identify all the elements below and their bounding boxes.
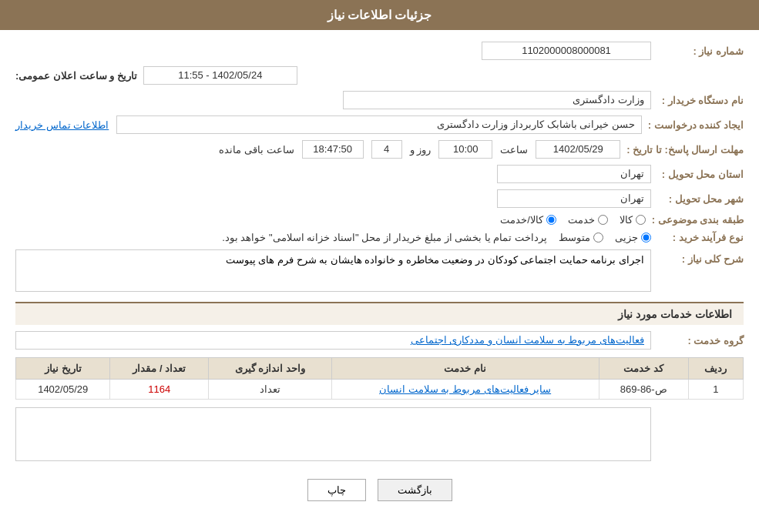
city-row: شهر محل تحویل : تهران	[15, 189, 744, 208]
creator-value: حسن خیرانی باشابک کاربرداز وزارت دادگستر…	[116, 115, 642, 134]
table-row: 1 ص-86-869 سایر فعالیت‌های مربوط به سلام…	[16, 380, 744, 400]
buyer-notes-label	[651, 407, 744, 411]
deadline-time-label: ساعت	[500, 144, 528, 156]
category-label-kala: کالا	[620, 214, 633, 226]
col-header-unit: واحد اندازه گیری	[209, 358, 332, 380]
purchase-type-motawaset[interactable]: متوسط	[559, 232, 603, 243]
services-section-title: اطلاعات خدمات مورد نیاز	[15, 302, 744, 325]
buyer-org-row: نام دستگاه خریدار : وزارت دادگستری	[15, 91, 744, 109]
cell-name[interactable]: سایر فعالیت‌های مربوط به سلامت انسان	[331, 380, 599, 400]
city-value: تهران	[497, 189, 651, 208]
province-value: تهران	[497, 165, 651, 183]
buyer-notes-textarea[interactable]	[15, 407, 651, 461]
back-button[interactable]: بازگشت	[378, 479, 452, 501]
category-radio-kala-khedmat[interactable]	[546, 215, 556, 225]
public-date-row: 1402/05/24 - 11:55 تاریخ و ساعت اعلان عم…	[15, 66, 744, 85]
deadline-time: 10:00	[438, 140, 492, 159]
city-label: شهر محل تحویل :	[651, 193, 744, 205]
buyer-org-value: وزارت دادگستری	[343, 91, 651, 109]
cell-code: ص-86-869	[599, 380, 688, 400]
purchase-type-radio-motawaset[interactable]	[593, 233, 603, 243]
services-table-container: ردیف کد خدمت نام خدمت واحد اندازه گیری ت…	[15, 357, 744, 400]
category-radio-kala[interactable]	[636, 215, 646, 225]
cell-qty: 1164	[110, 380, 209, 400]
cell-date: 1402/05/29	[16, 380, 110, 400]
purchase-type-label-jozi: جزیی	[615, 232, 638, 243]
category-option-2[interactable]: خدمت	[568, 214, 608, 226]
purchase-type-row: نوع فرآیند خرید : جزیی متوسط پرداخت تمام…	[15, 232, 744, 243]
category-radio-group: کالا خدمت کالا/خدمت	[500, 214, 646, 226]
category-label: طبقه بندی موضوعی :	[646, 214, 744, 226]
public-date-value: 1402/05/24 - 11:55	[143, 66, 297, 85]
purchase-type-label: نوع فرآیند خرید :	[651, 232, 744, 243]
contact-link[interactable]: اطلاعات تماس خریدار	[15, 119, 109, 131]
service-group-label: گروه خدمت :	[651, 335, 744, 346]
creator-label: ایجاد کننده درخواست :	[642, 119, 744, 131]
deadline-countdown-label: ساعت باقی مانده	[219, 144, 294, 156]
tender-number-row: شماره نیاز : 1102000008000081	[15, 42, 744, 60]
buyer-org-label: نام دستگاه خریدار :	[651, 95, 744, 106]
description-textarea[interactable]	[15, 249, 651, 292]
creator-row: ایجاد کننده درخواست : حسن خیرانی باشابک …	[15, 115, 744, 134]
deadline-row: مهلت ارسال پاسخ: تا تاریخ : 1402/05/29 س…	[15, 140, 744, 159]
col-header-qty: تعداد / مقدار	[110, 358, 209, 380]
col-header-name: نام خدمت	[331, 358, 599, 380]
category-radio-khedmat[interactable]	[598, 215, 608, 225]
category-label-khedmat: خدمت	[568, 214, 595, 226]
col-header-date: تاریخ نیاز	[16, 358, 110, 380]
description-row: شرح کلی نیاز : document.querySelector('[…	[15, 249, 744, 294]
category-row: طبقه بندی موضوعی : کالا خدمت کالا/خدمت	[15, 214, 744, 226]
page-header: جزئیات اطلاعات نیاز	[0, 0, 759, 30]
service-group-value[interactable]: فعالیت‌های مربوط به سلامت انسان و مددکار…	[15, 331, 651, 350]
col-header-row: ردیف	[688, 358, 743, 380]
deadline-date: 1402/05/29	[536, 140, 620, 159]
purchase-type-radio-jozi[interactable]	[641, 233, 651, 243]
print-button[interactable]: چاپ	[307, 479, 366, 501]
tender-number-value: 1102000008000081	[482, 42, 651, 60]
cell-row: 1	[688, 380, 743, 400]
province-label: استان محل تحویل :	[651, 169, 744, 180]
purchase-type-label-motawaset: متوسط	[559, 232, 590, 243]
page-title: جزئیات اطلاعات نیاز	[327, 8, 432, 22]
purchase-type-jozi[interactable]: جزیی	[615, 232, 651, 243]
category-option-1[interactable]: کالا	[620, 214, 646, 226]
public-date-label: تاریخ و ساعت اعلان عمومی:	[15, 70, 137, 82]
deadline-countdown: 18:47:50	[302, 140, 364, 159]
button-row: بازگشت چاپ	[15, 479, 744, 517]
province-row: استان محل تحویل : تهران	[15, 165, 744, 183]
deadline-label: مهلت ارسال پاسخ: تا تاریخ :	[620, 144, 744, 156]
services-table: ردیف کد خدمت نام خدمت واحد اندازه گیری ت…	[15, 357, 744, 400]
service-group-row: گروه خدمت : فعالیت‌های مربوط به سلامت ان…	[15, 331, 744, 350]
buyer-notes-row	[15, 407, 744, 463]
category-label-kala-khedmat: کالا/خدمت	[500, 214, 543, 226]
description-label: شرح کلی نیاز :	[651, 249, 744, 265]
col-header-code: کد خدمت	[599, 358, 688, 380]
tender-number-label: شماره نیاز :	[651, 45, 744, 57]
cell-unit: تعداد	[209, 380, 332, 400]
deadline-day-label: روز و	[410, 144, 432, 156]
purchase-type-note: پرداخت تمام یا بخشی از مبلغ خریدار از مح…	[15, 232, 547, 243]
deadline-days: 4	[371, 140, 402, 159]
category-option-3[interactable]: کالا/خدمت	[500, 214, 556, 226]
